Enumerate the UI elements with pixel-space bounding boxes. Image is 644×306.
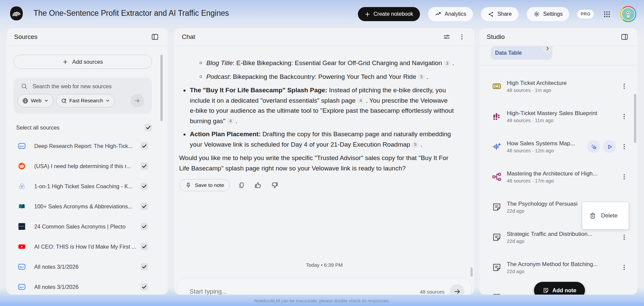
source-checkbox[interactable] (141, 183, 148, 190)
delete-menu[interactable]: Delete (582, 202, 629, 229)
source-checkbox[interactable] (141, 243, 148, 250)
sources-panel-header: Sources (7, 28, 168, 46)
copy-icon[interactable] (236, 181, 246, 190)
search-submit-button[interactable] (130, 94, 144, 107)
avatar-robot-image (621, 7, 635, 21)
chat-settings-icon[interactable] (441, 32, 452, 42)
message-text-segment: Podcast (206, 73, 229, 80)
studio-item-row[interactable]: High-Ticket Mastery Sales Blueprint48 so… (479, 101, 637, 132)
studio-item-more-icon[interactable] (619, 172, 629, 182)
studio-item-meta: 48 sources · 17m ago (507, 178, 619, 184)
studio-item-text: How Sales Systems Map...48 sources · 12m… (507, 140, 587, 153)
analytics-label: Analytics (445, 11, 466, 17)
settings-button[interactable]: Settings (527, 7, 570, 21)
citation-chip[interactable]: 4 (227, 118, 234, 124)
studio-item-more-icon[interactable] (619, 111, 629, 121)
sources-list: m+Deep Research Report: The High-Tick...… (13, 136, 152, 295)
studio-item-more-icon[interactable] (619, 262, 629, 272)
create-notebook-label: Create notebook (374, 11, 413, 17)
sources-scrollbar[interactable] (160, 55, 163, 121)
studio-item-title: Strategic Traffic and Distribution... (507, 231, 619, 238)
account-avatar[interactable] (620, 6, 636, 22)
studio-item-more-icon[interactable] (619, 232, 629, 242)
studio-item-more-icon[interactable] (619, 293, 629, 295)
notebooklm-logo-icon[interactable] (9, 6, 24, 21)
studio-item-row[interactable]: High Ticket Architecture48 sources · 1m … (479, 71, 637, 101)
citation-chip[interactable]: 3 (418, 74, 425, 80)
bullet-marker (183, 90, 185, 92)
studio-item-row[interactable]: The Acronym Method for Batching...22d ag… (479, 252, 637, 283)
citation-chip[interactable]: 5 (412, 142, 419, 148)
thumbs-up-icon[interactable] (253, 180, 263, 190)
interactive-mode-button[interactable] (587, 140, 600, 153)
settings-label: Settings (543, 11, 563, 17)
collapse-studio-panel-icon[interactable] (619, 32, 630, 42)
source-row[interactable]: (USA) I need help determining if this r.… (13, 156, 152, 176)
studio-panel-title: Studio (487, 33, 619, 41)
studio-item-more-icon[interactable] (619, 142, 629, 152)
source-row[interactable]: 100+ Sales Acronyms & Abbreviations... (13, 196, 152, 216)
chat-sources-count: 48 sources (420, 289, 444, 295)
search-sparkle-icon (61, 98, 67, 104)
studio-item-row[interactable]: How Sales Systems Map...48 sources · 12m… (479, 132, 637, 162)
select-all-sources-row: Select all sources (16, 124, 152, 131)
source-row[interactable]: m+All notes 3/1/2026 (13, 257, 152, 277)
notebook-title[interactable]: The One-Sentence Profit Extractor and AI… (34, 9, 229, 18)
search-icon (21, 83, 28, 90)
chat-input[interactable] (189, 288, 420, 295)
analytics-button[interactable]: Analytics (428, 7, 473, 21)
data-table-label: Data Table (495, 50, 522, 56)
citation-chip[interactable]: 3 (444, 61, 450, 66)
studio-scrollbar[interactable] (634, 94, 636, 143)
message-text-segment: . (234, 117, 237, 124)
play-audio-button[interactable] (603, 140, 616, 153)
studio-item-text: The Acronym Method for Batching...22d ag… (507, 261, 619, 274)
citation-chip[interactable]: 4 (357, 98, 364, 104)
note-icon (492, 202, 501, 212)
notebooklm-note-icon: m+ (18, 142, 25, 150)
collapse-sources-panel-icon[interactable] (150, 32, 160, 42)
source-checkbox[interactable] (141, 223, 148, 230)
app-header: The One-Sentence Profit Extractor and AI… (0, 0, 644, 28)
studio-item-row[interactable]: Mastering the Architecture of High...48 … (479, 162, 637, 192)
share-button[interactable]: Share (481, 7, 519, 21)
chat-more-menu-icon[interactable] (457, 32, 467, 42)
thumbs-down-icon[interactable] (270, 180, 280, 190)
add-note-button[interactable]: Add note (534, 282, 585, 295)
pin-icon (185, 182, 192, 189)
source-row[interactable]: AI CEO: THIS is How I'd Make My First ..… (13, 237, 152, 257)
research-mode-dropdown[interactable]: Fast Research (56, 94, 115, 107)
source-checkbox[interactable] (141, 283, 148, 291)
chevron-down-icon (105, 98, 110, 103)
source-row[interactable]: m+Deep Research Report: The High-Tick... (13, 136, 152, 156)
source-checkbox[interactable] (141, 263, 148, 270)
notebooklm-app: The One-Sentence Profit Extractor and AI… (0, 0, 644, 306)
source-checkbox[interactable] (141, 162, 148, 170)
chat-scrollbar[interactable] (471, 267, 473, 277)
source-search-input[interactable] (32, 83, 148, 90)
studio-item-text: High Ticket Architecture48 sources · 1m … (507, 80, 619, 93)
studio-item-more-icon[interactable] (619, 81, 629, 91)
select-all-checkbox[interactable] (145, 124, 152, 131)
save-to-note-button[interactable]: Save to note (179, 179, 230, 191)
apps-grid-icon[interactable] (602, 9, 612, 19)
chat-panel-title: Chat (182, 33, 441, 41)
notebooklm-note-icon: m+ (18, 263, 25, 270)
source-checkbox[interactable] (141, 142, 148, 150)
source-row[interactable]: PLECTO24 Common Sales Acronyms | Plecto (13, 216, 152, 237)
source-row[interactable]: 1-on-1 High Ticket Sales Coaching - K... (13, 176, 152, 196)
studio-panel-header: Studio (479, 28, 637, 46)
select-all-label: Select all sources (16, 124, 59, 131)
source-title: All notes 3/1/2026 (34, 264, 141, 270)
source-checkbox[interactable] (141, 203, 148, 210)
message-text-segment: The "Buy It For Life Basecamp" Splash Pa… (190, 87, 327, 94)
web-search-card: Web Fast Research (13, 78, 152, 114)
source-row[interactable]: m+All notes 3/1/2026 (13, 277, 152, 295)
add-note-label: Add note (552, 287, 577, 294)
sources-panel: Sources Add sources Web (7, 28, 168, 295)
create-notebook-button[interactable]: Create notebook (358, 7, 420, 21)
web-filter-dropdown[interactable]: Web (17, 94, 53, 107)
plus-icon (365, 11, 370, 17)
add-sources-button[interactable]: Add sources (13, 55, 152, 69)
send-message-button[interactable] (450, 284, 465, 295)
